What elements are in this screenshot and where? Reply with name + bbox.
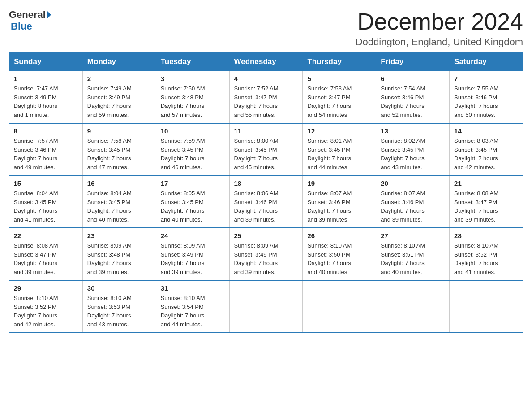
header-row: SundayMondayTuesdayWednesdayThursdayFrid… <box>9 53 523 71</box>
header-tuesday: Tuesday <box>156 53 229 71</box>
day-number: 6 <box>381 75 445 82</box>
cell-week5-day7 <box>450 280 523 333</box>
day-number: 26 <box>307 232 371 240</box>
day-number: 21 <box>454 180 518 187</box>
cell-week2-day1: 8Sunrise: 7:57 AM Sunset: 3:46 PM Daylig… <box>9 123 83 176</box>
day-info: Sunrise: 8:09 AM Sunset: 3:49 PM Dayligh… <box>161 241 225 276</box>
day-number: 14 <box>454 127 518 135</box>
cell-week5-day3: 31Sunrise: 8:10 AM Sunset: 3:54 PM Dayli… <box>156 280 229 333</box>
cell-week2-day6: 13Sunrise: 8:02 AM Sunset: 3:45 PM Dayli… <box>376 123 450 176</box>
day-info: Sunrise: 8:04 AM Sunset: 3:45 PM Dayligh… <box>14 189 78 224</box>
day-number: 17 <box>161 180 225 187</box>
day-number: 2 <box>87 75 151 82</box>
week-row-2: 8Sunrise: 7:57 AM Sunset: 3:46 PM Daylig… <box>9 123 523 176</box>
day-number: 7 <box>454 75 518 82</box>
day-info: Sunrise: 7:53 AM Sunset: 3:47 PM Dayligh… <box>307 84 371 119</box>
day-info: Sunrise: 8:08 AM Sunset: 3:47 PM Dayligh… <box>14 241 78 276</box>
day-number: 29 <box>14 284 78 292</box>
cell-week2-day2: 9Sunrise: 7:58 AM Sunset: 3:45 PM Daylig… <box>82 123 156 176</box>
cell-week4-day5: 26Sunrise: 8:10 AM Sunset: 3:50 PM Dayli… <box>303 228 376 280</box>
day-info: Sunrise: 8:10 AM Sunset: 3:53 PM Dayligh… <box>87 294 151 329</box>
day-info: Sunrise: 8:07 AM Sunset: 3:46 PM Dayligh… <box>381 189 445 224</box>
cell-week4-day3: 24Sunrise: 8:09 AM Sunset: 3:49 PM Dayli… <box>156 228 229 280</box>
day-info: Sunrise: 7:59 AM Sunset: 3:45 PM Dayligh… <box>161 137 225 171</box>
week-row-3: 15Sunrise: 8:04 AM Sunset: 3:45 PM Dayli… <box>9 176 523 228</box>
day-number: 16 <box>87 180 151 187</box>
day-number: 30 <box>87 284 151 292</box>
day-info: Sunrise: 8:00 AM Sunset: 3:45 PM Dayligh… <box>234 137 298 171</box>
day-number: 28 <box>454 232 518 240</box>
cell-week5-day4 <box>229 280 303 333</box>
day-number: 15 <box>14 180 78 187</box>
cell-week2-day7: 14Sunrise: 8:03 AM Sunset: 3:45 PM Dayli… <box>450 123 523 176</box>
cell-week4-day6: 27Sunrise: 8:10 AM Sunset: 3:51 PM Dayli… <box>376 228 450 280</box>
day-number: 4 <box>234 75 298 82</box>
cell-week4-day2: 23Sunrise: 8:09 AM Sunset: 3:48 PM Dayli… <box>82 228 156 280</box>
cell-week3-day5: 19Sunrise: 8:07 AM Sunset: 3:46 PM Dayli… <box>303 176 376 228</box>
cell-week3-day6: 20Sunrise: 8:07 AM Sunset: 3:46 PM Dayli… <box>376 176 450 228</box>
header-monday: Monday <box>82 53 156 71</box>
header-sunday: Sunday <box>9 53 83 71</box>
day-number: 23 <box>87 232 151 240</box>
day-info: Sunrise: 8:01 AM Sunset: 3:45 PM Dayligh… <box>307 137 371 171</box>
cell-week2-day5: 12Sunrise: 8:01 AM Sunset: 3:45 PM Dayli… <box>303 123 376 176</box>
cell-week5-day6 <box>376 280 450 333</box>
header-friday: Friday <box>376 53 450 71</box>
cell-week3-day1: 15Sunrise: 8:04 AM Sunset: 3:45 PM Dayli… <box>9 176 83 228</box>
title-area: December 2024 Doddington, England, Unite… <box>356 9 523 48</box>
day-number: 9 <box>87 127 151 135</box>
day-info: Sunrise: 8:10 AM Sunset: 3:52 PM Dayligh… <box>14 294 78 329</box>
cell-week4-day7: 28Sunrise: 8:10 AM Sunset: 3:52 PM Dayli… <box>450 228 523 280</box>
day-number: 22 <box>14 232 78 240</box>
day-number: 19 <box>307 180 371 187</box>
day-number: 24 <box>161 232 225 240</box>
day-info: Sunrise: 7:47 AM Sunset: 3:49 PM Dayligh… <box>14 84 78 119</box>
cell-week4-day4: 25Sunrise: 8:09 AM Sunset: 3:49 PM Dayli… <box>229 228 303 280</box>
day-info: Sunrise: 7:55 AM Sunset: 3:46 PM Dayligh… <box>454 84 518 119</box>
day-info: Sunrise: 8:07 AM Sunset: 3:46 PM Dayligh… <box>307 189 371 224</box>
day-number: 5 <box>307 75 371 82</box>
day-info: Sunrise: 7:54 AM Sunset: 3:46 PM Dayligh… <box>381 84 445 119</box>
subtitle: Doddington, England, United Kingdom <box>356 36 523 48</box>
day-number: 11 <box>234 127 298 135</box>
day-number: 12 <box>307 127 371 135</box>
cell-week4-day1: 22Sunrise: 8:08 AM Sunset: 3:47 PM Dayli… <box>9 228 83 280</box>
week-row-1: 1Sunrise: 7:47 AM Sunset: 3:49 PM Daylig… <box>9 71 523 124</box>
cell-week1-day6: 6Sunrise: 7:54 AM Sunset: 3:46 PM Daylig… <box>376 71 450 124</box>
day-info: Sunrise: 7:57 AM Sunset: 3:46 PM Dayligh… <box>14 137 78 171</box>
cell-week1-day7: 7Sunrise: 7:55 AM Sunset: 3:46 PM Daylig… <box>450 71 523 124</box>
cell-week1-day4: 4Sunrise: 7:52 AM Sunset: 3:47 PM Daylig… <box>229 71 303 124</box>
day-number: 18 <box>234 180 298 187</box>
day-info: Sunrise: 8:02 AM Sunset: 3:45 PM Dayligh… <box>381 137 445 171</box>
page-title: December 2024 <box>356 9 523 34</box>
calendar-table: SundayMondayTuesdayWednesdayThursdayFrid… <box>9 52 523 333</box>
day-info: Sunrise: 8:03 AM Sunset: 3:45 PM Dayligh… <box>454 137 518 171</box>
logo-blue-text: Blue <box>11 21 32 32</box>
cell-week3-day7: 21Sunrise: 8:08 AM Sunset: 3:47 PM Dayli… <box>450 176 523 228</box>
cell-week1-day2: 2Sunrise: 7:49 AM Sunset: 3:49 PM Daylig… <box>82 71 156 124</box>
day-number: 13 <box>381 127 445 135</box>
day-number: 8 <box>14 127 78 135</box>
week-row-4: 22Sunrise: 8:08 AM Sunset: 3:47 PM Dayli… <box>9 228 523 280</box>
day-number: 27 <box>381 232 445 240</box>
cell-week1-day3: 3Sunrise: 7:50 AM Sunset: 3:48 PM Daylig… <box>156 71 229 124</box>
day-info: Sunrise: 8:05 AM Sunset: 3:45 PM Dayligh… <box>161 189 225 224</box>
header-thursday: Thursday <box>303 53 376 71</box>
day-number: 1 <box>14 75 78 82</box>
cell-week5-day1: 29Sunrise: 8:10 AM Sunset: 3:52 PM Dayli… <box>9 280 83 333</box>
cell-week1-day5: 5Sunrise: 7:53 AM Sunset: 3:47 PM Daylig… <box>303 71 376 124</box>
day-info: Sunrise: 8:10 AM Sunset: 3:52 PM Dayligh… <box>454 241 518 276</box>
day-number: 25 <box>234 232 298 240</box>
day-info: Sunrise: 8:09 AM Sunset: 3:49 PM Dayligh… <box>234 241 298 276</box>
day-info: Sunrise: 7:52 AM Sunset: 3:47 PM Dayligh… <box>234 84 298 119</box>
day-info: Sunrise: 7:49 AM Sunset: 3:49 PM Dayligh… <box>87 84 151 119</box>
week-row-5: 29Sunrise: 8:10 AM Sunset: 3:52 PM Dayli… <box>9 280 523 333</box>
day-number: 31 <box>161 284 225 292</box>
cell-week5-day5 <box>303 280 376 333</box>
day-info: Sunrise: 8:09 AM Sunset: 3:48 PM Dayligh… <box>87 241 151 276</box>
day-info: Sunrise: 8:10 AM Sunset: 3:50 PM Dayligh… <box>307 241 371 276</box>
day-info: Sunrise: 7:50 AM Sunset: 3:48 PM Dayligh… <box>161 84 225 119</box>
day-info: Sunrise: 8:06 AM Sunset: 3:46 PM Dayligh… <box>234 189 298 224</box>
logo-general-text: General <box>9 9 46 21</box>
day-number: 3 <box>161 75 225 82</box>
